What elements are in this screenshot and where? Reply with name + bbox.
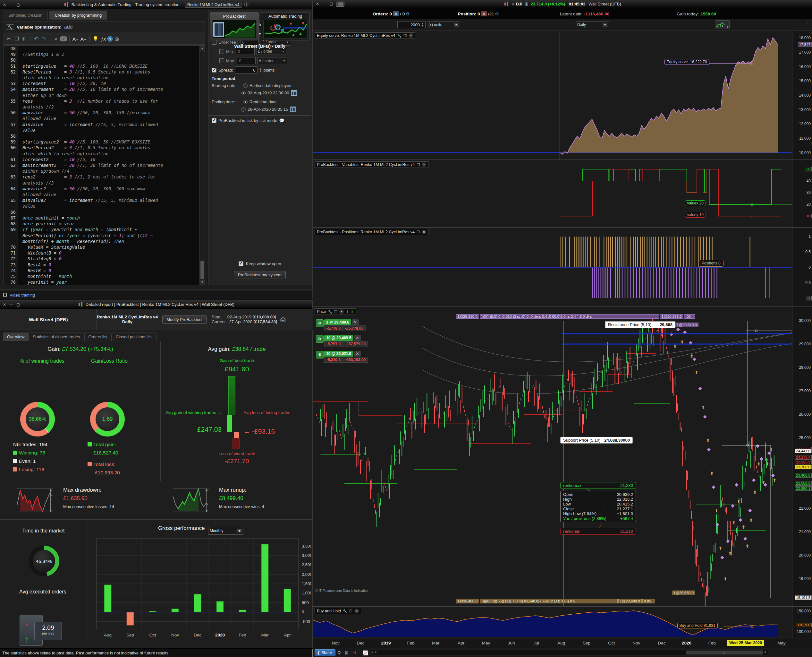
code-line[interactable]: monthinit) + month = ResetPeriod)) Then bbox=[4, 238, 199, 244]
code-line[interactable]: 65minvalue2 = increment //15, 5, minimum… bbox=[4, 198, 199, 203]
report-tab-orders-list[interactable]: Orders list bbox=[84, 333, 112, 341]
close-icon[interactable]: ✕ bbox=[339, 310, 344, 314]
code-line[interactable]: allowed value bbox=[4, 191, 199, 198]
editor-vscrollbar[interactable]: ▲ ▼ bbox=[199, 45, 205, 285]
time-axis-label-Jul[interactable]: Jul bbox=[529, 641, 543, 645]
report-tab-overview[interactable]: Overview bbox=[3, 333, 28, 341]
code-line[interactable]: 54maxincrement = 20 //5, 10 limit of no … bbox=[4, 86, 199, 92]
close-icon[interactable]: ✕ bbox=[408, 33, 413, 38]
period-select[interactable]: Daily▼ bbox=[576, 21, 609, 28]
tab-probacktest[interactable]: ProBacktest bbox=[210, 12, 259, 40]
copy-icon[interactable]: ❐ bbox=[13, 35, 20, 42]
window-icon[interactable]: ❐ bbox=[349, 609, 352, 613]
info-icon[interactable]: ⓘ bbox=[244, 2, 248, 7]
time-axis-label-Mar[interactable]: Mar bbox=[429, 641, 443, 645]
window-icon[interactable]: ❐ bbox=[416, 230, 420, 234]
min-fee-checkbox[interactable] bbox=[219, 49, 224, 54]
scroll-down-icon[interactable]: ▼ bbox=[200, 280, 205, 285]
min-fee-input[interactable] bbox=[236, 48, 255, 55]
code-line[interactable]: 49//Settings 1 & 2 bbox=[4, 51, 199, 57]
positions-panel-yaxis[interactable]: 10.50-0.5-1-1 bbox=[792, 227, 812, 307]
minimize-icon[interactable]: — bbox=[9, 302, 13, 307]
code-line[interactable]: 72 StratAvgB = 0 bbox=[4, 256, 199, 262]
keyboard-icon[interactable]: ⌨ bbox=[336, 2, 344, 7]
time-axis-label-Sep[interactable]: Sep bbox=[579, 641, 594, 645]
close-icon[interactable]: ✕ bbox=[3, 302, 6, 307]
time-axis-label-Aug[interactable]: Aug bbox=[554, 641, 568, 645]
time-axis-label-2020[interactable]: 2020 bbox=[680, 641, 694, 645]
units-type-select[interactable]: (x) units▼ bbox=[427, 21, 460, 28]
video-training-link[interactable]: Video training bbox=[9, 293, 35, 297]
minimize-icon[interactable]: — bbox=[9, 3, 13, 7]
undo-icon[interactable]: ↶ bbox=[33, 35, 40, 43]
code-line[interactable]: 73 BestA = 0 bbox=[4, 262, 199, 268]
chart-type-button[interactable]: + ▼ bbox=[715, 20, 730, 29]
wrench-icon[interactable]: 🔧 bbox=[397, 34, 402, 38]
share-button[interactable]: ❮ Share bbox=[315, 649, 335, 656]
paste-icon[interactable]: ⎗ bbox=[20, 35, 28, 42]
search-icon[interactable]: ⌕ bbox=[52, 35, 60, 43]
scroll-left-icon[interactable]: ◄ bbox=[374, 650, 377, 654]
tab-simplified-creation[interactable]: Simplified creation bbox=[3, 11, 48, 20]
code-line[interactable]: 50 bbox=[4, 57, 199, 63]
gears-icon[interactable]: ⚙ bbox=[316, 319, 324, 327]
price-panel-plot[interactable]: ⬆⬆⬆⬆⬆⬆⬆⬆⬆⬆⬆⬆⬆⬆⬆⬆⬆⬆⬆⬆⬆⬆Price🔧❐✕⬇⬆⚙1 @ 29,… bbox=[313, 307, 792, 606]
price-alerts-icon[interactable]: ↓↑ bbox=[806, 20, 811, 29]
min-fee-unit-select[interactable]: £ / order▼ bbox=[256, 48, 286, 55]
code-line[interactable]: 60ResetPeriod2 = 3 //1, 0.5 Specify no o… bbox=[4, 145, 199, 151]
code-line[interactable]: 58 bbox=[4, 133, 199, 139]
hscroll-thumb[interactable]: ≡ bbox=[686, 651, 763, 654]
equity-curve-panel-yaxis[interactable]: 10,00011,00012,00013,00014,00015,00016,0… bbox=[792, 31, 812, 159]
position-gear-icon[interactable]: ⚙ bbox=[495, 11, 499, 16]
code-line[interactable]: 63reps2 = 3 //1, 2 nos of trades to use … bbox=[4, 174, 199, 180]
gears-icon[interactable]: ⚙ bbox=[316, 335, 324, 343]
scroll-thumb[interactable] bbox=[200, 261, 204, 279]
position-close-icon[interactable]: ✕ bbox=[481, 11, 486, 16]
close-position-icon[interactable]: ✕ bbox=[354, 335, 361, 341]
bulb-icon[interactable]: 💡 bbox=[92, 35, 100, 42]
code-line[interactable]: either up/down //4 bbox=[4, 168, 199, 174]
start-earliest-radio[interactable] bbox=[243, 83, 248, 88]
positions-panel-plot[interactable]: ProBacktest - Positions: Renko 1M ML2 Cy… bbox=[313, 227, 792, 307]
help-icon[interactable]: ? bbox=[107, 36, 113, 42]
close-icon[interactable]: ✕ bbox=[316, 2, 319, 7]
time-axis-label-May[interactable]: May bbox=[775, 641, 789, 645]
time-axis-label-Dec[interactable]: Dec bbox=[655, 641, 669, 645]
variables-panel-plot[interactable]: ProBacktest - Variables: Renko 1M ML2 Cy… bbox=[313, 160, 792, 227]
time-axis-label-Nov[interactable]: Nov bbox=[329, 641, 343, 645]
scroll-up-icon[interactable]: ▲ bbox=[200, 45, 205, 51]
tab-automatic-trading[interactable]: Automatic Trading ↺⚙⚙▼▼▲▲ bbox=[261, 12, 310, 40]
end-date-radio[interactable] bbox=[241, 107, 246, 112]
code-line[interactable]: 53increment = 10 //5, 20, 10 bbox=[4, 81, 199, 86]
keep-open-checkbox[interactable] bbox=[239, 261, 244, 266]
code-line[interactable]: 59startingvalue2 = 40 //5, 100, 50 //SHO… bbox=[4, 139, 199, 145]
maximize-icon[interactable]: ▢ bbox=[16, 3, 20, 7]
tick-mode-checkbox[interactable] bbox=[212, 118, 216, 123]
code-line[interactable]: after which to reset optimisation bbox=[4, 75, 199, 81]
equity-curve-panel-plot[interactable]: Equity curve: Renko 1M ML2 CycLimRes v4🔧… bbox=[313, 31, 792, 159]
code-line[interactable]: 76 yearinit = year bbox=[4, 279, 199, 285]
code-line[interactable]: either up or down bbox=[4, 92, 199, 98]
code-line[interactable]: 51startingvalue = 40 //5, 100, 10 //LONG… bbox=[4, 63, 199, 69]
code-line[interactable]: 71 WinCountB = 0 bbox=[4, 250, 199, 256]
maximize-icon[interactable]: ▢ bbox=[329, 2, 333, 7]
symbol[interactable]: DJI bbox=[516, 2, 522, 6]
candle-list-icon[interactable]: ⠿ bbox=[353, 650, 356, 655]
info-icon[interactable]: i bbox=[525, 2, 528, 6]
code-line[interactable]: 55reps = 3 //1 number of trades to use f… bbox=[4, 98, 199, 104]
font-smaller-icon[interactable]: A− bbox=[71, 36, 79, 42]
print-icon[interactable]: ⎙ bbox=[280, 316, 286, 323]
code-line[interactable]: 48 bbox=[4, 45, 199, 51]
close-position-icon[interactable]: ✕ bbox=[354, 351, 361, 357]
calendar-icon[interactable] bbox=[291, 90, 297, 96]
buy-and-hold-panel-yaxis[interactable]: 150,000100,000116,700 bbox=[792, 607, 812, 638]
code-line[interactable]: allowed value bbox=[4, 115, 199, 121]
chart-hscrollbar[interactable]: ◄ ► ≡ bbox=[373, 649, 768, 655]
code-line[interactable]: 67once monthinit = month bbox=[4, 215, 199, 221]
code-line[interactable]: 57minvalue = increment //15, 5, minimum … bbox=[4, 121, 199, 128]
code-line[interactable]: 62maxincrement2 = 20 //1, 30 limit of no… bbox=[4, 162, 199, 168]
maximize-icon[interactable]: ▢ bbox=[16, 302, 20, 307]
code-line[interactable]: 75 monthinit = month bbox=[4, 274, 199, 279]
wrench-icon[interactable]: 🔧 bbox=[343, 609, 347, 613]
report-tab-statistics-of-closed-trades[interactable]: Statistics of closed trades bbox=[28, 333, 84, 341]
